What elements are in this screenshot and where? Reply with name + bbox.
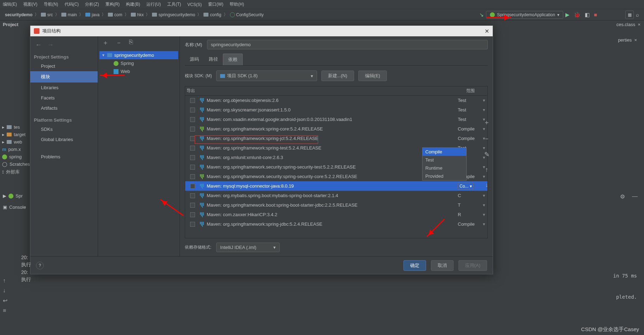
tree-tes[interactable]: ▸ tes — [2, 123, 30, 131]
remove-icon[interactable]: － — [116, 38, 122, 47]
dep-row[interactable]: Maven: org.springframework:spring-jcl:5.… — [185, 134, 487, 143]
dep-scope[interactable]: C ▾ — [456, 193, 487, 198]
export-checkbox[interactable] — [190, 165, 195, 170]
module-name-input[interactable] — [207, 40, 488, 49]
menu-vcs[interactable]: VCS(S) — [187, 2, 202, 7]
breadcrumb-main[interactable]: main — [59, 12, 79, 17]
menu-view[interactable]: 视图(V) — [23, 1, 37, 7]
sdk-select[interactable]: 项目 SDK (1.8)▾ — [216, 71, 317, 81]
dep-down-icon[interactable]: ↓ — [485, 181, 488, 189]
dep-scope[interactable]: R ▾ — [456, 212, 487, 217]
tree-pom[interactable]: m pom.x — [2, 146, 30, 153]
dep-edit-icon[interactable]: ✎ — [484, 151, 490, 158]
export-checkbox[interactable] — [190, 146, 195, 151]
menu-analyze[interactable]: 分析(Z) — [85, 1, 99, 7]
export-checkbox[interactable] — [190, 203, 195, 208]
nav-facets[interactable]: Facets — [30, 93, 98, 103]
stop-icon[interactable]: ■ — [592, 12, 599, 18]
nav-modules[interactable]: 模块 — [30, 71, 98, 83]
menu-window[interactable]: 窗口(W) — [208, 1, 223, 7]
run-tab[interactable]: ▶ Spr — [3, 193, 23, 199]
console-tab[interactable]: ▣ Console — [3, 205, 26, 210]
collapse-icon[interactable]: — — [632, 193, 638, 200]
tree-extlib[interactable]: ⟟ 外部库 — [2, 168, 30, 176]
nav-sdks[interactable]: SDKs — [30, 124, 98, 134]
sdk-new-button[interactable]: 新建...(N) — [321, 71, 354, 81]
breadcrumb-hkx[interactable]: hkx — [129, 12, 146, 17]
breadcrumb-src[interactable]: src — [39, 12, 55, 17]
add-icon[interactable]: ＋ — [102, 38, 109, 47]
export-checkbox[interactable] — [190, 193, 195, 198]
coverage-icon[interactable]: ◧ — [583, 12, 592, 18]
facet-web[interactable]: Web — [99, 67, 178, 75]
export-checkbox[interactable] — [190, 108, 195, 112]
search-icon[interactable]: ⌕ — [634, 12, 641, 18]
forward-icon[interactable]: → — [47, 41, 54, 49]
tree-scratch[interactable]: ◯ Scratches — [2, 160, 30, 168]
play-icon[interactable]: ▶ — [563, 12, 572, 18]
facet-spring[interactable]: Spring — [99, 59, 178, 67]
hammer-icon[interactable]: ↘ — [477, 12, 486, 18]
dep-scope[interactable]: Test ▾ — [456, 107, 487, 112]
nav-artifacts[interactable]: Artifacts — [30, 103, 98, 113]
export-checkbox[interactable] — [190, 222, 195, 227]
dep-row[interactable]: Maven: mysql:mysql-connector-java:8.0.19… — [185, 181, 487, 191]
menu-code[interactable]: 代码(C) — [65, 1, 79, 7]
export-checkbox[interactable] — [190, 184, 195, 189]
export-checkbox[interactable] — [190, 127, 195, 132]
menu-nav[interactable]: 导航(N) — [44, 1, 58, 7]
scope-opt-test[interactable]: Test — [423, 156, 466, 164]
tree-spring[interactable]: spring — [2, 153, 30, 160]
dep-scope[interactable]: T ▾ — [456, 202, 487, 208]
back-icon[interactable]: ← — [35, 41, 42, 49]
dep-row[interactable]: Maven: org.skyscreamer:jsonassert:1.5.0 … — [185, 105, 487, 115]
tree-web[interactable]: ▸ web — [2, 138, 30, 146]
menu-build[interactable]: 构建(B) — [126, 1, 140, 7]
nav-problems[interactable]: Problems — [30, 152, 98, 162]
tab-paths[interactable]: 路径 — [204, 54, 223, 65]
gear-icon[interactable]: ⚙ — [620, 193, 625, 200]
breadcrumb-java[interactable]: java — [83, 12, 102, 17]
store-select[interactable]: IntelliJ IDEA (.iml)▾ — [216, 243, 280, 252]
breadcrumb-com[interactable]: com — [106, 12, 124, 17]
close-icon[interactable]: ✕ — [485, 28, 489, 35]
dep-scope[interactable]: Test ▾ — [456, 98, 487, 103]
breadcrumb-class[interactable]: ConfigSecurity — [228, 12, 266, 17]
dep-up-icon[interactable]: ↑ — [485, 166, 488, 173]
breadcrumb-pkg[interactable]: springsecuritydemo — [150, 12, 197, 17]
tab-sources[interactable]: 源码 — [185, 54, 204, 65]
menu-refactor[interactable]: 重构(R) — [105, 1, 120, 7]
project-structure-icon[interactable]: ▦ — [625, 11, 634, 19]
dep-row[interactable]: Maven: com.vaadin.external.google:androi… — [185, 115, 487, 124]
menu-run[interactable]: 运行(U) — [146, 1, 161, 7]
menu-tools[interactable]: 工具(T) — [167, 1, 181, 7]
nav-project[interactable]: Project — [30, 61, 98, 71]
nav-global-libs[interactable]: Global Libraries — [30, 134, 98, 145]
breadcrumb-root[interactable]: securitydemo — [3, 12, 35, 17]
breadcrumb-config[interactable]: config — [201, 12, 223, 17]
scope-opt-provided[interactable]: Provided — [423, 172, 466, 180]
dep-row[interactable]: Maven: org.springframework:spring-core:5… — [185, 124, 487, 134]
dep-row[interactable]: Maven: org.objenesis:objenesis:2.6 Test … — [185, 96, 487, 105]
export-checkbox[interactable] — [190, 212, 195, 217]
dep-row[interactable]: Maven: org.mybatis.spring.boot:mybatis-s… — [185, 191, 487, 200]
export-checkbox[interactable] — [190, 155, 195, 160]
scope-opt-runtime[interactable]: Runtime — [423, 164, 466, 172]
project-tool-title[interactable]: Project — [3, 22, 18, 27]
export-checkbox[interactable] — [190, 174, 195, 179]
nav-libraries[interactable]: Libraries — [30, 83, 98, 93]
dep-remove-icon[interactable]: － — [484, 134, 490, 143]
editor-tab-2[interactable]: perties × — [618, 37, 637, 43]
dep-row[interactable]: Maven: com.zaxxer:HikariCP:3.4.2 R ▾ — [185, 210, 487, 219]
tree-target[interactable]: ▸ target — [2, 131, 30, 138]
tab-dependencies[interactable]: 依赖 — [223, 54, 243, 65]
editor-tab[interactable]: ces.class × — [616, 22, 640, 27]
menu-edit[interactable]: 编辑(E) — [3, 1, 17, 7]
dep-scope[interactable]: Compile ▾ — [456, 221, 487, 227]
export-checkbox[interactable] — [190, 98, 195, 103]
export-checkbox[interactable] — [190, 117, 195, 122]
dep-add-icon[interactable]: ＋ — [484, 118, 490, 127]
debug-icon[interactable]: 🐞 — [572, 12, 583, 18]
export-checkbox[interactable] — [190, 136, 195, 141]
scope-opt-compile[interactable]: Compile — [423, 148, 466, 156]
